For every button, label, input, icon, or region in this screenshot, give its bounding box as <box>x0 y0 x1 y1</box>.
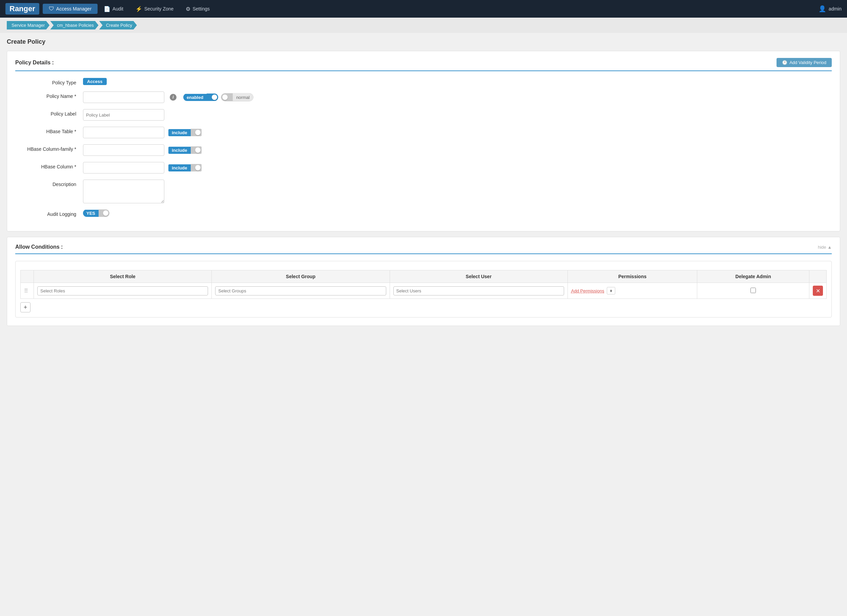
hbase-table-knob-wrap <box>191 129 202 136</box>
nav-security-zone[interactable]: ⚡ Security Zone <box>130 4 180 14</box>
col-permissions: Permissions <box>568 270 697 283</box>
col-select-role: Select Role <box>34 270 212 283</box>
page-content: Create Policy Policy Details : 🕐 Add Val… <box>0 33 847 331</box>
policy-label-input[interactable] <box>83 109 164 121</box>
user-cell <box>390 283 568 299</box>
allow-conditions-inner-card: Select Role Select Group Select User Per… <box>15 261 832 318</box>
info-icon[interactable]: i <box>170 94 177 100</box>
hbase-table-knob <box>195 130 201 135</box>
select-groups-input[interactable] <box>215 286 386 295</box>
audit-icon: 📄 <box>104 6 111 12</box>
nav-audit-label: Audit <box>112 6 123 12</box>
policy-name-label: Policy Name * <box>15 92 83 99</box>
policy-details-section-header: Policy Details : 🕐 Add Validity Period <box>15 58 832 71</box>
role-cell <box>34 283 212 299</box>
yes-knob <box>103 210 108 216</box>
policy-label-label: Policy Label <box>15 109 83 117</box>
audit-logging-row: Audit Logging YES <box>15 210 832 217</box>
delegate-admin-checkbox[interactable] <box>750 288 756 293</box>
add-permissions-button[interactable]: Add Permissions <box>571 288 604 293</box>
allow-table-body: ⠿ Add Permissions <box>21 283 827 299</box>
description-controls <box>83 180 832 203</box>
col-drag <box>21 270 34 283</box>
hbase-table-input[interactable] <box>83 127 164 138</box>
add-validity-period-button[interactable]: 🕐 Add Validity Period <box>776 58 832 67</box>
policy-type-controls: Access <box>83 78 832 85</box>
navbar-right: 👤 admin <box>819 5 841 13</box>
hbase-column-family-knob-wrap <box>191 146 202 154</box>
normal-toggle[interactable]: normal <box>221 93 254 101</box>
hbase-column-controls: include <box>83 162 832 173</box>
breadcrumb-cm-hbase[interactable]: cm_hbase Policies <box>50 21 98 30</box>
hbase-column-include-toggle[interactable]: include <box>168 164 202 171</box>
yes-label: YES <box>83 210 99 217</box>
hbase-column-input[interactable] <box>83 162 164 173</box>
policy-name-input[interactable] <box>83 92 164 103</box>
allow-conditions-table: Select Role Select Group Select User Per… <box>20 270 827 299</box>
settings-icon: ⚙ <box>186 6 190 12</box>
policy-name-row: Policy Name * i enabled <box>15 92 832 103</box>
policy-name-controls: i enabled normal <box>83 92 832 103</box>
enabled-knob <box>212 95 217 100</box>
navbar: Ranger 🛡 Access Manager 📄 Audit ⚡ Securi… <box>0 0 847 18</box>
policy-label-row: Policy Label <box>15 109 832 121</box>
policy-toggles: enabled normal <box>183 93 254 101</box>
select-users-input[interactable] <box>393 286 564 295</box>
hbase-column-include-label: include <box>168 164 191 171</box>
hbase-column-row: HBase Column * include <box>15 162 832 173</box>
hbase-column-family-row: HBase Column-family * include <box>15 144 832 156</box>
policy-label-controls <box>83 109 832 121</box>
hbase-table-include-toggle[interactable]: include <box>168 129 202 136</box>
nav-access-manager[interactable]: 🛡 Access Manager <box>43 4 97 14</box>
hbase-column-family-include-toggle[interactable]: include <box>168 146 202 154</box>
permissions-plus-button[interactable]: + <box>607 287 615 294</box>
access-manager-icon: 🛡 <box>49 6 54 12</box>
allow-conditions-title: Allow Conditions : <box>15 244 63 250</box>
normal-knob <box>222 95 228 100</box>
drag-handle-cell: ⠿ <box>21 283 34 299</box>
enabled-toggle[interactable]: enabled <box>183 93 218 101</box>
enabled-label: enabled <box>183 94 207 101</box>
hbase-column-label: HBase Column * <box>15 162 83 170</box>
drag-handle-icon[interactable]: ⠿ <box>24 288 30 294</box>
nav-audit[interactable]: 📄 Audit <box>97 4 130 14</box>
description-textarea[interactable] <box>83 180 164 203</box>
enabled-knob-bg <box>207 93 218 101</box>
policy-type-badge: Access <box>83 78 107 85</box>
hbase-column-knob-wrap <box>191 164 202 171</box>
policy-details-title: Policy Details : <box>15 60 54 66</box>
select-roles-input[interactable] <box>37 286 208 295</box>
table-row: ⠿ Add Permissions <box>21 283 827 299</box>
hbase-column-family-input[interactable] <box>83 144 164 156</box>
app-brand[interactable]: Ranger <box>6 3 39 15</box>
permissions-cell: Add Permissions + <box>568 283 697 299</box>
page-title: Create Policy <box>7 38 840 46</box>
policy-type-row: Policy Type Access <box>15 78 832 86</box>
audit-logging-toggle[interactable]: YES <box>83 210 109 217</box>
nav-security-zone-label: Security Zone <box>144 6 173 12</box>
hbase-column-family-knob <box>195 148 201 153</box>
add-row-button[interactable]: + <box>20 302 31 312</box>
nav-items: 🛡 Access Manager 📄 Audit ⚡ Security Zone… <box>43 4 819 14</box>
hbase-column-family-label: HBase Column-family * <box>15 144 83 152</box>
hide-button[interactable]: hide ▲ <box>818 245 832 250</box>
group-cell <box>212 283 390 299</box>
nav-settings[interactable]: ⚙ Settings <box>180 4 216 14</box>
col-delegate-admin: Delegate Admin <box>697 270 809 283</box>
normal-label: normal <box>233 94 253 101</box>
hbase-table-label: HBase Table * <box>15 127 83 134</box>
hbase-column-knob <box>195 165 201 170</box>
delete-row-button[interactable]: ✕ <box>813 286 823 296</box>
audit-logging-label: Audit Logging <box>15 210 83 217</box>
col-select-group: Select Group <box>212 270 390 283</box>
permissions-cell-content: Add Permissions + <box>571 287 694 294</box>
breadcrumb-service-manager[interactable]: Service Manager <box>7 21 49 30</box>
policy-card: Policy Details : 🕐 Add Validity Period P… <box>7 51 840 232</box>
breadcrumb-create-policy[interactable]: Create Policy <box>99 21 137 30</box>
col-delete <box>809 270 827 283</box>
allow-conditions-header: Allow Conditions : hide ▲ <box>15 244 832 254</box>
admin-label: admin <box>829 6 841 12</box>
policy-type-label: Policy Type <box>15 78 83 86</box>
allow-conditions-card: Allow Conditions : hide ▲ Select Role Se… <box>7 237 840 326</box>
audit-logging-controls: YES <box>83 210 832 217</box>
